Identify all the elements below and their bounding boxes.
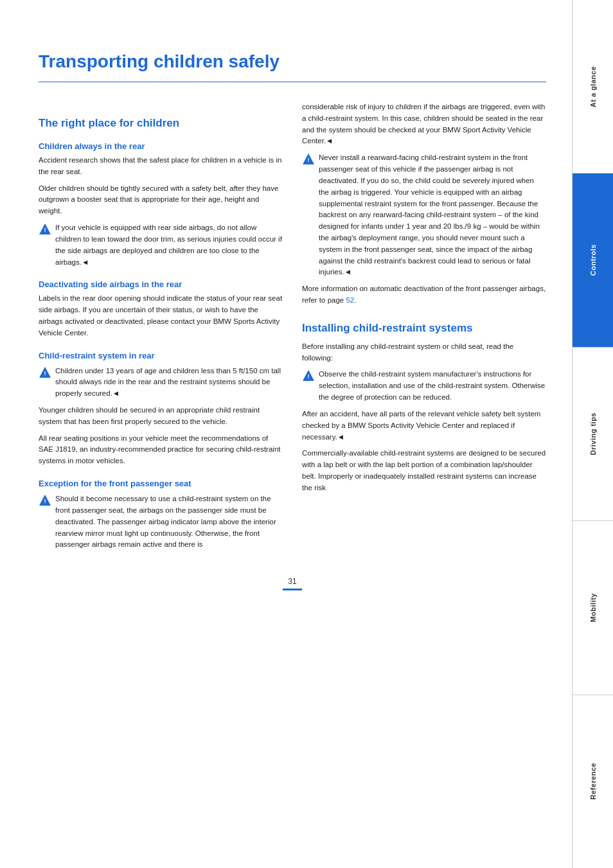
left-column: The right place for children Children al… bbox=[39, 102, 283, 556]
sidebar-label-reference: Reference bbox=[589, 763, 597, 800]
heading-children-rear: Children always in the rear bbox=[39, 141, 283, 151]
heading-crs-rear: Child-restraint system in rear bbox=[39, 351, 283, 360]
page-link[interactable]: 52 bbox=[346, 296, 354, 304]
page-number-area: 31 bbox=[39, 575, 546, 590]
sidebar-label-controls: Controls bbox=[589, 244, 597, 276]
left-main-heading: The right place for children bbox=[39, 117, 283, 130]
page-title: Transporting children safely bbox=[39, 51, 546, 82]
warning-triangle-icon-3: ! bbox=[39, 494, 51, 507]
text-deactivating-1: Labels in the rear door opening should i… bbox=[39, 293, 283, 339]
text-section2-1: After an accident, have all parts of the… bbox=[302, 409, 546, 443]
warning-crs-rear-text: Children under 13 years of age and child… bbox=[55, 366, 283, 400]
main-content: Transporting children safely The right p… bbox=[0, 0, 572, 868]
sidebar-section-controls[interactable]: Controls bbox=[573, 173, 613, 347]
right-column: considerable risk of injury to children … bbox=[302, 102, 546, 556]
warning-triangle-icon-4: ! bbox=[302, 153, 315, 166]
section2-title: Installing child-restraint systems bbox=[302, 322, 546, 335]
page-container: Transporting children safely The right p… bbox=[0, 0, 613, 868]
sidebar-label-mobility: Mobility bbox=[589, 593, 597, 623]
page-number: 31 bbox=[288, 577, 296, 586]
sidebar-section-driving-tips[interactable]: Driving tips bbox=[573, 348, 613, 521]
svg-text:!: ! bbox=[44, 498, 46, 504]
svg-text:!: ! bbox=[44, 370, 46, 376]
warning-triangle-icon-5: ! bbox=[302, 369, 315, 382]
sidebar: At a glance Controls Driving tips Mobili… bbox=[572, 0, 613, 868]
warning-triangle-icon-2: ! bbox=[39, 366, 51, 379]
two-column-layout: The right place for children Children al… bbox=[39, 102, 546, 556]
heading-exception: Exception for the front passenger seat bbox=[39, 479, 283, 488]
sidebar-label-at-a-glance: At a glance bbox=[589, 66, 597, 107]
text-children-rear-2: Older children should be tightly secured… bbox=[39, 183, 283, 217]
sidebar-section-at-a-glance[interactable]: At a glance bbox=[573, 0, 613, 173]
warning-exception: ! Should it become necessary to use a ch… bbox=[39, 493, 283, 551]
text-section2-2: Commercially-available child-restraint s… bbox=[302, 448, 546, 493]
text-crs-rear-1: Younger children should be secured in an… bbox=[39, 405, 283, 428]
section2-intro: Before installing any child-restraint sy… bbox=[302, 341, 546, 364]
warning-observe-text: Observe the child-restraint system manuf… bbox=[319, 369, 546, 403]
page-number-bar bbox=[283, 589, 302, 590]
warning-rear-airbags-text: If your vehicle is equipped with rear si… bbox=[55, 222, 283, 268]
svg-text:!: ! bbox=[44, 227, 46, 233]
sidebar-section-reference[interactable]: Reference bbox=[573, 695, 613, 868]
sidebar-label-driving-tips: Driving tips bbox=[589, 412, 597, 456]
text-crs-rear-2: All rear seating positions in your vehic… bbox=[39, 433, 283, 467]
warning-crs-rear: ! Children under 13 years of age and chi… bbox=[39, 366, 283, 400]
warning-triangle-icon: ! bbox=[39, 223, 51, 236]
sidebar-section-mobility[interactable]: Mobility bbox=[573, 521, 613, 695]
warning-observe: ! Observe the child-restraint system man… bbox=[302, 369, 546, 403]
heading-deactivating: Deactivating side airbags in the rear bbox=[39, 279, 283, 289]
warning-never-install-text: Never install a rearward-facing child-re… bbox=[319, 152, 546, 278]
svg-text:!: ! bbox=[307, 157, 309, 163]
text-right-top: considerable risk of injury to children … bbox=[302, 102, 546, 147]
svg-text:!: ! bbox=[307, 374, 309, 380]
warning-exception-text: Should it become necessary to use a chil… bbox=[55, 493, 283, 551]
text-children-rear-1: Accident research shows that the safest … bbox=[39, 155, 283, 178]
warning-never-install: ! Never install a rearward-facing child-… bbox=[302, 152, 546, 278]
warning-rear-airbags: ! If your vehicle is equipped with rear … bbox=[39, 222, 283, 268]
text-right-mid: More information on automatic deactivati… bbox=[302, 283, 546, 306]
